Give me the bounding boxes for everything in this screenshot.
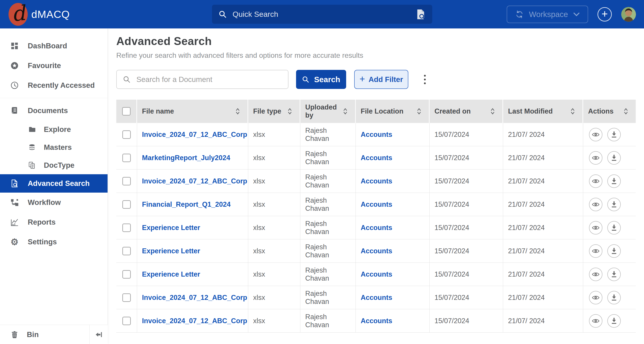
sidebar-item-favourite[interactable]: Favourite <box>0 56 108 75</box>
download-button[interactable] <box>607 244 621 258</box>
select-all-checkbox[interactable] <box>122 107 130 116</box>
more-options-button[interactable] <box>422 73 428 86</box>
row-checkbox[interactable] <box>122 293 131 302</box>
file-type-cell: xlsx <box>248 123 300 146</box>
file-name-link[interactable]: Experience Letter <box>142 270 200 278</box>
column-header-file-name[interactable]: File name <box>137 100 248 123</box>
file-name-link[interactable]: Financial_Report_Q1_2024 <box>142 201 230 209</box>
row-checkbox[interactable] <box>122 177 131 186</box>
file-type-cell: xlsx <box>248 239 300 262</box>
download-button[interactable] <box>607 221 621 235</box>
sort-icon[interactable] <box>288 107 292 115</box>
actions-cell <box>583 169 636 193</box>
row-checkbox[interactable] <box>122 247 131 255</box>
row-checkbox[interactable] <box>122 317 131 325</box>
file-name-link[interactable]: Experience Letter <box>142 224 200 232</box>
eye-icon <box>592 132 600 137</box>
file-name-link[interactable]: Invoice_2024_07_12_ABC_Corp <box>142 177 247 185</box>
column-header-file-type[interactable]: File type <box>248 100 300 123</box>
document-search-icon[interactable] <box>416 9 426 20</box>
download-button[interactable] <box>607 151 621 164</box>
view-button[interactable] <box>589 244 602 258</box>
column-header-actions[interactable]: Actions <box>583 100 636 123</box>
add-filter-label: Add Filter <box>368 75 403 84</box>
download-button[interactable] <box>607 175 621 188</box>
file-location-link[interactable]: Accounts <box>361 317 392 325</box>
sidebar-item-explore[interactable]: Explore <box>0 120 108 138</box>
download-button[interactable] <box>607 198 621 211</box>
sync-icon <box>515 10 524 19</box>
add-new-button[interactable]: + <box>598 7 612 22</box>
quick-search-bar[interactable] <box>212 5 432 24</box>
column-header-created-on[interactable]: Created on <box>430 100 503 123</box>
file-name-link[interactable]: MarketingReport_July2024 <box>142 154 230 162</box>
file-name-link[interactable]: Invoice_2024_07_12_ABC_Corp <box>142 317 247 325</box>
document-search-field[interactable] <box>116 70 288 89</box>
view-button[interactable] <box>589 291 602 304</box>
column-header-uploaded-by[interactable]: Uploaded by <box>300 100 356 123</box>
view-button[interactable] <box>589 268 602 281</box>
file-name-link[interactable]: Invoice_2024_07_12_ABC_Corp <box>142 131 247 139</box>
view-button[interactable] <box>589 128 602 141</box>
file-location-cell: Accounts <box>356 146 430 169</box>
row-checkbox[interactable] <box>122 224 131 232</box>
row-checkbox[interactable] <box>122 154 131 162</box>
view-button[interactable] <box>589 198 602 211</box>
sort-icon[interactable] <box>570 107 575 115</box>
sidebar-item-workflow[interactable]: Workflow <box>0 193 108 212</box>
sidebar-item-masters[interactable]: Masters <box>0 138 108 156</box>
file-location-link[interactable]: Accounts <box>361 247 392 255</box>
file-location-link[interactable]: Accounts <box>361 224 392 232</box>
column-header-file-location[interactable]: File Location <box>356 100 430 123</box>
sort-icon[interactable] <box>236 107 240 115</box>
file-location-link[interactable]: Accounts <box>361 201 392 209</box>
download-button[interactable] <box>607 291 621 304</box>
column-header-last-modified[interactable]: Last Modified <box>503 100 583 123</box>
collapse-sidebar-button[interactable] <box>90 325 108 344</box>
file-name-link[interactable]: Experience Letter <box>142 247 200 255</box>
file-location-link[interactable]: Accounts <box>361 154 392 162</box>
file-location-link[interactable]: Accounts <box>361 270 392 278</box>
sidebar-item-documents[interactable]: Documents <box>0 101 108 120</box>
search-button[interactable]: Search <box>296 70 346 89</box>
sidebar-item-doctype[interactable]: DocType <box>0 156 108 174</box>
sidebar-item-settings[interactable]: ⚙ Settings <box>0 232 108 252</box>
sort-icon[interactable] <box>490 107 495 115</box>
download-button[interactable] <box>607 128 621 141</box>
quick-search-input[interactable] <box>232 10 410 19</box>
file-type-cell: xlsx <box>248 193 300 216</box>
sidebar-item-dashboard[interactable]: DashBoard <box>0 36 108 56</box>
sort-icon[interactable] <box>417 107 421 115</box>
file-location-link[interactable]: Accounts <box>361 131 392 139</box>
view-button[interactable] <box>589 314 602 328</box>
row-checkbox[interactable] <box>122 270 131 279</box>
view-button[interactable] <box>589 151 602 164</box>
app-logo[interactable]: d dMACQ <box>8 3 70 26</box>
last-modified-cell: 21/07/ 2024 <box>503 216 583 239</box>
sort-icon[interactable] <box>343 107 348 115</box>
sidebar-item-reports[interactable]: Reports <box>0 212 108 232</box>
sidebar-item-bin[interactable]: Bin <box>0 325 90 344</box>
table-row: Invoice_2024_07_12_ABC_Corp xlsx Rajesh … <box>116 169 636 193</box>
document-search-input[interactable] <box>136 75 282 84</box>
download-button[interactable] <box>607 314 621 328</box>
row-checkbox[interactable] <box>122 200 131 209</box>
view-button[interactable] <box>589 221 602 235</box>
sidebar-label: Advanced Search <box>28 179 90 188</box>
sidebar-item-advanced-search[interactable]: Advanced Search <box>0 174 108 193</box>
gear-icon: ⚙ <box>10 237 19 246</box>
sidebar-item-recently-accessed[interactable]: Recently Accessed <box>0 75 108 95</box>
user-avatar[interactable] <box>621 7 636 22</box>
download-button[interactable] <box>607 268 621 281</box>
last-modified-cell: 21/07/ 2024 <box>503 263 583 286</box>
file-location-link[interactable]: Accounts <box>361 294 392 302</box>
search-controls: Search + Add Filter <box>116 70 644 89</box>
sort-icon[interactable] <box>624 107 628 115</box>
add-filter-button[interactable]: + Add Filter <box>354 70 408 89</box>
file-name-link[interactable]: Invoice_2024_07_12_ABC_Corp <box>142 294 247 302</box>
row-checkbox[interactable] <box>122 130 131 139</box>
workspace-dropdown[interactable]: Workspace <box>507 6 588 23</box>
uploaded-by-cell: Rajesh Chavan <box>300 169 356 193</box>
file-location-link[interactable]: Accounts <box>361 177 392 185</box>
view-button[interactable] <box>589 175 602 188</box>
